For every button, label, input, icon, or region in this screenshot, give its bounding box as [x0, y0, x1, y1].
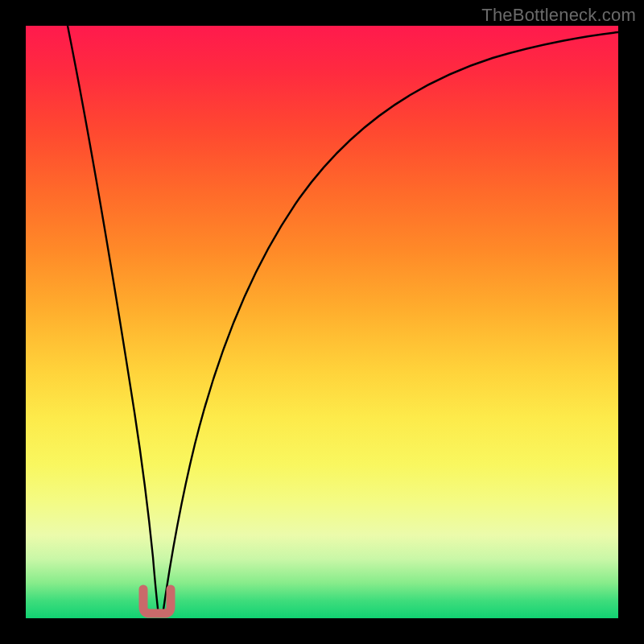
plot-area [26, 26, 618, 618]
bottleneck-curve [68, 26, 618, 615]
curve-layer [26, 26, 618, 618]
chart-stage: TheBottleneck.com [0, 0, 644, 644]
watermark-text: TheBottleneck.com [481, 5, 636, 26]
